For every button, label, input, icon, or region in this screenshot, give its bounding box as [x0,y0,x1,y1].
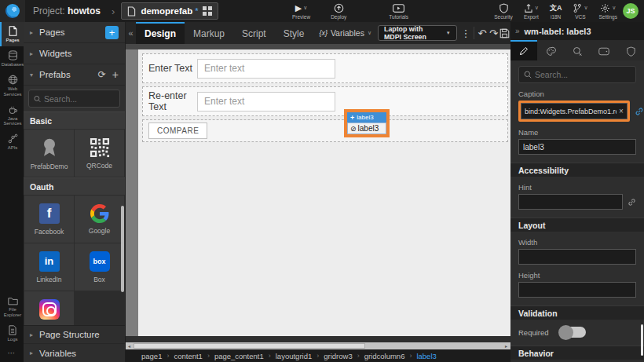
scrollbar-thumb[interactable] [134,343,365,349]
collapse-left-panel-button[interactable]: « [126,22,136,44]
field-label: Re-enter Text [148,90,197,112]
tab-design[interactable]: Design [136,22,185,44]
breadcrumb-label3[interactable]: label3 [416,352,436,360]
tab-markup[interactable]: Markup [185,22,233,44]
prefab-tile-qrcode[interactable]: QRCode [75,130,124,177]
variables-dropdown[interactable]: {x} Variables ∨ [313,22,378,44]
rail-item-apis[interactable]: APIs [0,130,24,154]
bind-indicator-icon: ⊘ [350,125,357,133]
i18n-button[interactable]: 文A i18N [550,0,562,22]
section-pages[interactable]: ▸ Pages + [24,22,125,43]
rail-item-file-explorer[interactable]: File Explorer [0,292,24,321]
right-panel-scrollbar[interactable] [641,324,643,356]
enter-text-input[interactable] [197,59,335,79]
rail-item-web-services[interactable]: Web Services [0,71,24,101]
user-avatar[interactable]: JS [623,3,639,19]
security-button[interactable]: Security [494,0,512,22]
preview-button[interactable]: ▶∨ Preview [292,0,310,22]
section-variables[interactable]: ▸ Variables [24,344,125,362]
tab-styles[interactable] [537,40,564,60]
tab-search-props[interactable] [564,40,591,60]
hint-input[interactable] [518,194,623,210]
compare-button[interactable]: COMPARE [148,122,207,139]
property-search-input[interactable] [535,70,621,79]
height-label: Height [518,271,636,280]
reenter-text-input[interactable] [197,92,335,112]
page-selector[interactable]: demoprefab * [121,2,218,20]
canvas-h-scrollbar[interactable]: ◂ ▸ [126,342,510,349]
bind-hint-icon[interactable] [628,198,636,207]
prefab-tile-box[interactable]: box Box [75,243,124,291]
caption-input[interactable] [525,108,617,115]
export-icon [524,3,533,13]
prefab-tile-prefabdemo[interactable]: PrefabDemo [24,130,74,177]
save-button[interactable] [499,22,510,44]
breadcrumb-gridcolumn6[interactable]: gridcolumn6 [364,352,405,360]
vcs-button[interactable]: ∨ VCS [573,0,587,22]
rail-item-logs[interactable]: Logs [0,321,24,346]
section-page-structure[interactable]: ▸ Page Structure [24,326,125,344]
prefab-tile-google[interactable]: Google [75,196,124,243]
canvas-more-button[interactable]: ⋮ [460,22,471,44]
breadcrumb-page-content1[interactable]: page_content1 [214,352,264,360]
section-behavior: Behavior [510,346,644,360]
rail-more-button[interactable]: ⋯ [0,346,24,362]
search-icon [524,71,532,79]
required-toggle[interactable] [559,327,586,338]
grid-row-1[interactable]: Enter Text [142,53,508,83]
breadcrumb-gridrow3[interactable]: gridrow3 [324,352,352,360]
widget-name-badge[interactable]: + label3 [347,112,386,122]
left-panel-scrollbar[interactable] [121,206,124,292]
app-logo[interactable] [0,0,25,22]
tutorials-button[interactable]: Tutorials [389,0,408,22]
prefab-tile-facebook[interactable]: f Facebook [24,196,74,243]
deploy-button[interactable]: Deploy [331,0,346,22]
width-input[interactable] [518,249,636,265]
add-page-button[interactable]: + [105,26,119,39]
pages-grid-icon[interactable] [203,6,212,16]
export-button[interactable]: ∨ Export [524,0,539,22]
property-search[interactable] [518,66,636,83]
rail-item-databases[interactable]: Databases [0,46,24,71]
rail-item-java-services[interactable]: Java Services [0,101,24,130]
undo-button[interactable]: ↶ [477,22,488,44]
grid-row-2[interactable]: Re-enter Text [142,86,508,116]
tab-security-props[interactable] [617,40,644,60]
expand-panel-button[interactable]: » [510,27,525,35]
height-input[interactable] [518,282,636,298]
breadcrumb-page1[interactable]: page1 [141,352,162,360]
name-input[interactable] [518,139,636,155]
refresh-prefabs-button[interactable]: ⟳ [98,69,106,80]
scroll-left-arrow[interactable]: ◂ [126,342,133,349]
add-prefab-button[interactable]: + [112,68,119,81]
folder-icon [8,296,18,305]
width-label: Width [518,238,636,247]
prefab-tile-linkedin[interactable]: in LinkedIn [24,243,74,291]
wavemaker-studio: Project: howtos › demoprefab * ▶∨ Previe… [0,0,644,362]
selected-label3-widget[interactable]: + label3 ⊘ label3 [344,109,390,137]
prefab-search[interactable] [28,90,120,108]
breadcrumb-content1[interactable]: content1 [174,352,202,360]
page-surface[interactable]: Enter Text Re-enter Text COMPARE + label… [138,49,510,336]
palette-icon [546,46,556,57]
chevron-down-icon: ∨ [612,5,616,11]
device-selector[interactable]: Laptop with MDPI Screen ▼ [378,25,457,41]
breadcrumb-layoutgrid1[interactable]: layoutgrid1 [276,352,312,360]
prefab-search-input[interactable] [44,94,115,104]
tab-style[interactable]: Style [275,22,313,44]
scroll-right-arrow[interactable]: ▸ [503,342,510,349]
tab-messages[interactable] [591,40,617,60]
section-prefabs[interactable]: ▾ Prefabs ⟳ + [24,64,125,86]
caret-right-icon: ▸ [30,50,39,57]
prefab-tile-instagram[interactable]: Instagram [24,291,74,325]
settings-button[interactable]: ∨ Settings [599,0,618,22]
tab-properties[interactable] [510,40,537,60]
bind-caption-icon[interactable] [635,107,644,116]
tab-script[interactable]: Script [233,22,275,44]
section-widgets[interactable]: ▸ Widgets [24,43,125,64]
rail-item-pages[interactable]: Pages [0,22,24,46]
label3-widget[interactable]: ⊘ label3 [347,122,386,134]
grid-row-3[interactable]: COMPARE [142,119,508,142]
redo-button[interactable]: ↷ [488,22,499,44]
clear-caption-icon[interactable]: × [619,107,624,115]
